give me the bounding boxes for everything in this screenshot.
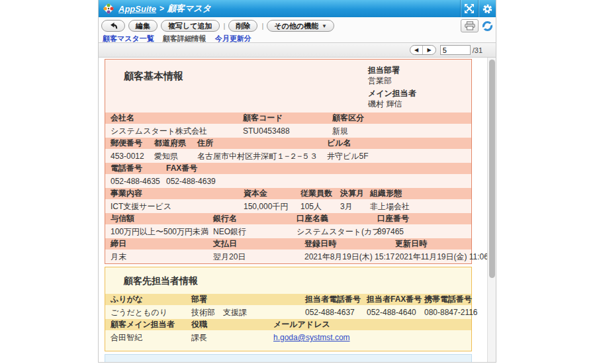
field-value: 080-8847-2116 <box>419 308 478 317</box>
field-label: 電話番号 <box>105 163 161 174</box>
field-row: ふりがな 部署 担当者電話番号 担当者FAX番号 携帯電話番号 ごうだとものり … <box>105 294 471 319</box>
field-label: 住所 <box>192 138 322 149</box>
field-label: 顧客メイン担当者 <box>105 319 186 330</box>
field-label: FAX番号 <box>161 163 471 174</box>
field-row: 締日 支払日 登録日時 更新日時 月末 翌月20日 2021年8月19日(木) … <box>105 238 471 263</box>
field-label: 担当者FAX番号 <box>361 294 419 305</box>
field-value: 3月 <box>335 202 365 211</box>
field-value: ごうだとものり <box>105 308 186 317</box>
field-label: 組織形態 <box>365 188 471 199</box>
field-row: 与信額 銀行名 口座名義 口座番号 100万円以上〜500万円未満 NEO銀行 … <box>105 213 471 238</box>
field-value: 052-488-4640 <box>361 308 419 317</box>
field-value: 052-488-4637 <box>300 308 361 317</box>
print-button[interactable] <box>461 19 479 32</box>
field-label: ふりがな <box>105 294 186 305</box>
delete-button[interactable]: 削除 <box>228 20 257 32</box>
field-value: システムスタート株式会社 <box>105 126 238 136</box>
field-value: 052-488-4635 <box>105 177 161 186</box>
field-value: 2021年11月19日(金) 11:06 <box>390 252 488 261</box>
more-functions-button[interactable]: その他の機能 ▼ <box>267 20 334 32</box>
page-total: /31 <box>473 46 482 54</box>
field-row: 電話番号 FAX番号 052-488-4635 052-488-4639 <box>105 163 471 188</box>
assigned-fields: 担当部署 営業部 メイン担当者 磯村 輝信 <box>368 65 416 111</box>
field-row: 郵便番号 都道府県 住所 ビル名 453-0012 愛知県 名古屋市中村区井深町… <box>105 138 471 163</box>
basic-info-section: 顧客基本情報 担当部署 営業部 メイン担当者 磯村 輝信 会社名 顧客コード 顧… <box>105 59 472 264</box>
page-title: 顧客マスタ <box>167 3 211 15</box>
field-label: 口座番号 <box>372 213 471 224</box>
field-label: 決算月 <box>335 188 365 199</box>
field-label: 顧客コード <box>238 113 327 124</box>
nav-link-monthly-updates[interactable]: 今月更新分 <box>215 34 252 42</box>
page-number-input[interactable] <box>440 45 471 55</box>
contact-info-section: 顧客先担当者情報 ふりがな 部署 担当者電話番号 担当者FAX番号 携帯電話番号… <box>105 267 472 351</box>
field-label: 担当部署 <box>368 65 416 75</box>
field-label: 会社名 <box>105 113 238 124</box>
vertical-scrollbar[interactable] <box>487 58 496 363</box>
basic-info-heading: 顧客基本情報 <box>124 70 183 83</box>
field-label: 資本金 <box>238 188 295 199</box>
appsuite-logo-icon <box>102 2 115 15</box>
field-label: メイン担当者 <box>368 88 416 99</box>
field-value: 名古屋市中村区井深町１−２−５３ <box>192 152 322 161</box>
nav-links: 顧客マスタ一覧 顧客詳細情報 今月更新分 <box>101 32 493 42</box>
field-label: 登録日時 <box>299 238 390 250</box>
edit-button[interactable]: 編集 <box>128 20 158 32</box>
field-label: 更新日時 <box>390 238 471 250</box>
field-value: 井守ビル5F <box>322 152 471 161</box>
duplicate-button[interactable]: 複写して追加 <box>161 20 220 32</box>
field-value: 課長 <box>186 333 268 342</box>
field-value: 非上場会社 <box>365 202 471 211</box>
field-row: 事業内容 資本金 従業員数 決算月 組織形態 ICT支援サービス 150,000… <box>105 188 471 213</box>
field-label: 郵便番号 <box>105 138 149 149</box>
nav-link-customer-master-list[interactable]: 顧客マスタ一覧 <box>103 34 154 42</box>
caret-down-icon: ▼ <box>322 23 327 29</box>
field-value: 新規 <box>327 126 471 136</box>
toolbar-separator: | <box>261 22 263 30</box>
field-value: STU0453488 <box>238 126 327 136</box>
field-value: 愛知県 <box>149 152 192 161</box>
back-arrow-icon <box>109 22 118 30</box>
field-label: 顧客区分 <box>327 113 471 124</box>
field-value: 翌月20日 <box>208 252 299 261</box>
sync-button[interactable] <box>481 20 493 32</box>
field-label: 与信額 <box>105 213 208 224</box>
field-label: 支払日 <box>208 238 299 250</box>
settings-button[interactable] <box>478 0 496 17</box>
field-value: 磯村 輝信 <box>368 99 416 109</box>
gear-icon <box>482 3 493 15</box>
breadcrumb-separator: > <box>160 4 164 13</box>
app-name-link[interactable]: AppSuite <box>118 4 156 14</box>
nav-link-customer-detail[interactable]: 顧客詳細情報 <box>163 34 207 42</box>
printer-icon <box>465 21 475 30</box>
field-value: 897465 <box>372 227 471 236</box>
field-row: 会社名 顧客コード 顧客区分 システムスタート株式会社 STU0453488 新… <box>105 113 471 138</box>
toolbar-separator: | <box>224 22 226 30</box>
field-value: NEO銀行 <box>208 227 291 236</box>
field-value: 合田智紀 <box>105 333 186 342</box>
field-value: 100万円以上〜500万円未満 <box>105 227 208 236</box>
history-section: 対応履歴 <box>105 354 472 363</box>
field-value: 052-488-4639 <box>161 177 471 186</box>
pagination-bar: ◀ ▶ /31 <box>99 42 496 58</box>
field-label: 従業員数 <box>295 188 335 199</box>
scrollbar-thumb[interactable] <box>489 60 495 278</box>
field-label: 銀行名 <box>208 213 291 224</box>
prev-page-button[interactable]: ◀ <box>410 46 424 54</box>
field-value: 技術部 支援課 <box>186 308 300 317</box>
field-label: メールアドレス <box>268 319 471 330</box>
field-value: 2021年8月19日(木) 15:17 <box>299 252 390 261</box>
field-label: 事業内容 <box>105 188 238 199</box>
field-label: 役職 <box>186 319 268 330</box>
field-value: 150,000千円 <box>238 202 295 211</box>
email-link[interactable]: h.goda@systmst.com <box>273 333 350 342</box>
fullscreen-button[interactable] <box>460 0 478 17</box>
next-page-button[interactable]: ▶ <box>423 46 436 54</box>
back-button[interactable] <box>101 20 125 32</box>
field-label: 部署 <box>186 294 300 305</box>
field-label: 担当者電話番号 <box>300 294 361 305</box>
field-value: 105人 <box>295 202 335 211</box>
fullscreen-icon <box>464 3 475 14</box>
titlebar-buttons <box>460 0 496 17</box>
field-label: ビル名 <box>322 138 471 149</box>
field-value: 453-0012 <box>105 152 149 161</box>
